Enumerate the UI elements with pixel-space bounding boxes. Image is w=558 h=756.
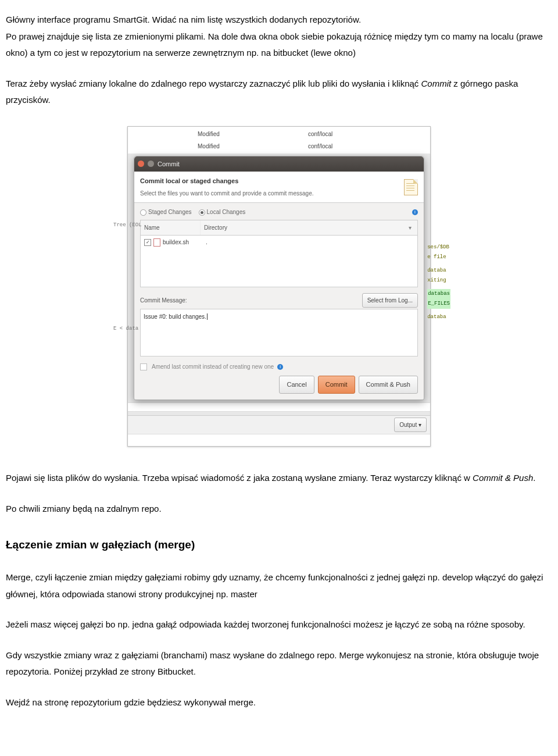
- screenshot-figure: Modified conf/local Modified conf/local …: [6, 126, 552, 447]
- commit-message-label: Commit Message:: [140, 295, 187, 306]
- emphasis: Commit & Push: [473, 473, 533, 483]
- paragraph: Wejdź na stronę repozytorium gdzie będzi…: [6, 694, 552, 711]
- info-icon[interactable]: i: [277, 364, 283, 370]
- truncated-left-text: Tree (EOL: [113, 220, 142, 230]
- file-name: buildex.sh: [163, 237, 206, 248]
- local-changes-radio[interactable]: Local Changes: [199, 206, 246, 217]
- amend-checkbox[interactable]: [140, 363, 147, 370]
- commit-dialog-screenshot: Modified conf/local Modified conf/local …: [127, 126, 431, 447]
- code-fragment: xiting: [427, 276, 450, 286]
- bg-row: Modified conf/local: [128, 128, 430, 140]
- code-fragment: databa: [427, 312, 450, 322]
- background-spacer: [128, 402, 430, 412]
- select-from-log-button[interactable]: Select from Log...: [362, 293, 418, 308]
- bg-status: Modified: [198, 141, 308, 152]
- text: Teraz żeby wysłać zmiany lokalne do zdal…: [6, 79, 421, 88]
- cancel-button[interactable]: Cancel: [279, 376, 314, 394]
- text: Pojawi się lista plików do wysłania. Trz…: [6, 473, 473, 483]
- file-list-header: Name Directory ▾: [140, 220, 418, 235]
- dialog-titlebar: Commit: [134, 156, 424, 172]
- paragraph: Gdy wszystkie zmiany wraz z gałęziami (b…: [6, 647, 552, 680]
- bg-row: Modified conf/local: [128, 140, 430, 152]
- file-row[interactable]: ✓ buildex.sh .: [141, 236, 417, 249]
- file-checkbox[interactable]: ✓: [144, 239, 151, 246]
- truncated-left-text: E < data: [113, 324, 138, 334]
- changes-scope-toggle: Staged Changes Local Changes i: [134, 203, 424, 220]
- commit-message-row: Commit Message: Select from Log...: [140, 293, 418, 308]
- paragraph: Główny interface programu SmartGit. Wida…: [6, 12, 552, 62]
- paragraph: Teraz żeby wysłać zmiany lokalne do zdal…: [6, 76, 552, 109]
- close-icon[interactable]: [138, 161, 144, 167]
- amend-label: Amend last commit instead of creating ne…: [152, 361, 274, 372]
- amend-row: Amend last commit instead of creating ne…: [140, 361, 418, 372]
- dialog-title: Commit: [158, 158, 180, 170]
- commit-message-text: Issue #0: build changes.: [144, 313, 206, 320]
- bg-path: conf/local: [308, 129, 332, 140]
- sort-indicator-icon[interactable]: ▾: [402, 220, 417, 235]
- text: Główny interface programu SmartGit. Wida…: [6, 15, 361, 24]
- minimize-icon[interactable]: [148, 161, 154, 167]
- commit-message-input[interactable]: Issue #0: build changes.: [140, 309, 418, 356]
- output-panel-bar: Output ▾: [128, 415, 430, 434]
- info-icon[interactable]: i: [412, 209, 418, 215]
- section-heading: Łączenie zmian w gałęziach (merge): [6, 534, 552, 555]
- col-directory[interactable]: Directory: [201, 220, 402, 235]
- output-toggle-button[interactable]: Output ▾: [394, 418, 427, 432]
- paragraph: Pojawi się lista plików do wysłania. Trz…: [6, 470, 552, 487]
- file-list: ✓ buildex.sh .: [140, 235, 418, 287]
- file-directory: .: [206, 237, 208, 248]
- text: .: [533, 473, 535, 483]
- code-fragment: e file: [427, 252, 450, 262]
- dialog-header: Commit local or staged changes Select th…: [134, 172, 424, 203]
- bg-path: conf/local: [308, 141, 332, 152]
- paragraph: Jeżeli masz więcej gałęzi bo np. jedna g…: [6, 616, 552, 633]
- paragraph: Merge, czyli łączenie zmian między gałęz…: [6, 569, 552, 602]
- code-fragment: databa: [427, 266, 450, 276]
- col-name[interactable]: Name: [141, 220, 201, 235]
- background-file-rows: Modified conf/local Modified conf/local: [128, 127, 430, 154]
- paragraph: Po chwili zmiany będą na zdalnym repo.: [6, 501, 552, 518]
- document-icon: [404, 179, 418, 195]
- commit-button[interactable]: Commit: [318, 376, 355, 394]
- bg-status: Modified: [198, 129, 308, 140]
- dialog-buttons: Cancel Commit Commit & Push: [140, 376, 418, 394]
- code-fragment: E_FILES: [427, 299, 450, 309]
- emphasis: Commit: [421, 79, 451, 88]
- staged-changes-radio[interactable]: Staged Changes: [140, 206, 192, 217]
- file-icon: [153, 238, 160, 247]
- code-fragment: databas: [427, 289, 450, 299]
- text: Po prawej znajduje się lista ze zmienion…: [6, 31, 543, 58]
- code-fragment: ses/$DB: [427, 243, 450, 252]
- dialog-heading: Commit local or staged changes: [140, 175, 313, 187]
- commit-and-push-button[interactable]: Commit & Push: [359, 376, 418, 394]
- commit-dialog: Tree (EOL E < data ses/$DB e file databa…: [134, 156, 424, 401]
- background-spacer: [128, 434, 430, 446]
- dialog-subheading: Select the files you want to commit and …: [140, 188, 313, 199]
